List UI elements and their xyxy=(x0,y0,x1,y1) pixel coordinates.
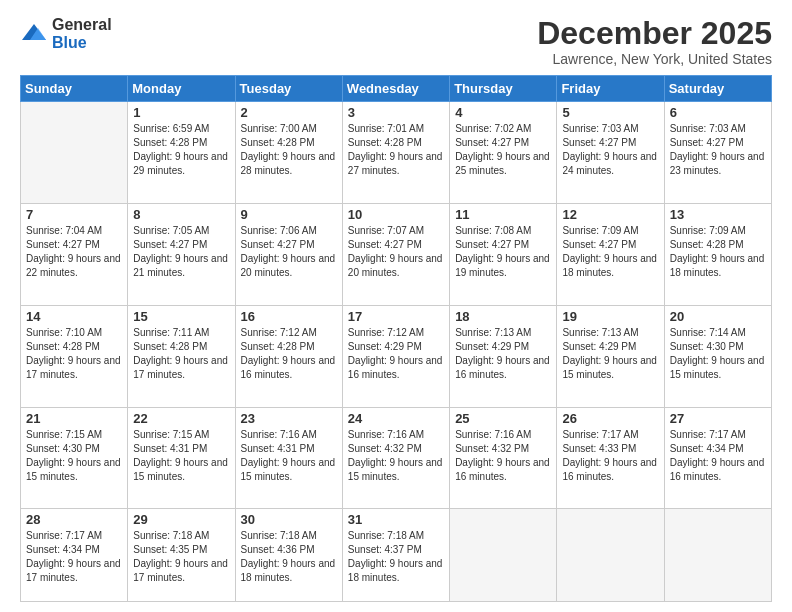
main-title: December 2025 xyxy=(537,16,772,51)
calendar-cell: 13Sunrise: 7:09 AMSunset: 4:28 PMDayligh… xyxy=(664,204,771,306)
day-number: 11 xyxy=(455,207,551,222)
day-number: 9 xyxy=(241,207,337,222)
calendar-cell: 25Sunrise: 7:16 AMSunset: 4:32 PMDayligh… xyxy=(450,407,557,509)
calendar-cell: 22Sunrise: 7:15 AMSunset: 4:31 PMDayligh… xyxy=(128,407,235,509)
calendar: SundayMondayTuesdayWednesdayThursdayFrid… xyxy=(20,75,772,602)
calendar-cell: 23Sunrise: 7:16 AMSunset: 4:31 PMDayligh… xyxy=(235,407,342,509)
day-info: Sunrise: 7:13 AMSunset: 4:29 PMDaylight:… xyxy=(455,326,551,382)
day-info: Sunrise: 7:07 AMSunset: 4:27 PMDaylight:… xyxy=(348,224,444,280)
calendar-cell: 17Sunrise: 7:12 AMSunset: 4:29 PMDayligh… xyxy=(342,305,449,407)
day-number: 29 xyxy=(133,512,229,527)
day-info: Sunrise: 7:13 AMSunset: 4:29 PMDaylight:… xyxy=(562,326,658,382)
day-info: Sunrise: 7:17 AMSunset: 4:34 PMDaylight:… xyxy=(26,529,122,585)
logo-icon xyxy=(20,20,48,48)
calendar-cell: 4Sunrise: 7:02 AMSunset: 4:27 PMDaylight… xyxy=(450,102,557,204)
day-info: Sunrise: 7:18 AMSunset: 4:36 PMDaylight:… xyxy=(241,529,337,585)
logo-text: General Blue xyxy=(52,16,112,51)
calendar-cell: 3Sunrise: 7:01 AMSunset: 4:28 PMDaylight… xyxy=(342,102,449,204)
calendar-cell: 14Sunrise: 7:10 AMSunset: 4:28 PMDayligh… xyxy=(21,305,128,407)
day-number: 8 xyxy=(133,207,229,222)
logo-blue: Blue xyxy=(52,34,112,52)
day-number: 31 xyxy=(348,512,444,527)
day-info: Sunrise: 7:16 AMSunset: 4:31 PMDaylight:… xyxy=(241,428,337,484)
day-number: 20 xyxy=(670,309,766,324)
calendar-cell: 11Sunrise: 7:08 AMSunset: 4:27 PMDayligh… xyxy=(450,204,557,306)
weekday-header-sunday: Sunday xyxy=(21,76,128,102)
day-info: Sunrise: 7:02 AMSunset: 4:27 PMDaylight:… xyxy=(455,122,551,178)
day-number: 13 xyxy=(670,207,766,222)
day-number: 5 xyxy=(562,105,658,120)
calendar-cell: 9Sunrise: 7:06 AMSunset: 4:27 PMDaylight… xyxy=(235,204,342,306)
day-number: 10 xyxy=(348,207,444,222)
day-info: Sunrise: 7:08 AMSunset: 4:27 PMDaylight:… xyxy=(455,224,551,280)
day-info: Sunrise: 7:14 AMSunset: 4:30 PMDaylight:… xyxy=(670,326,766,382)
day-number: 6 xyxy=(670,105,766,120)
calendar-cell xyxy=(664,509,771,602)
day-number: 27 xyxy=(670,411,766,426)
day-info: Sunrise: 7:09 AMSunset: 4:27 PMDaylight:… xyxy=(562,224,658,280)
day-number: 25 xyxy=(455,411,551,426)
day-info: Sunrise: 6:59 AMSunset: 4:28 PMDaylight:… xyxy=(133,122,229,178)
calendar-cell: 27Sunrise: 7:17 AMSunset: 4:34 PMDayligh… xyxy=(664,407,771,509)
day-info: Sunrise: 7:01 AMSunset: 4:28 PMDaylight:… xyxy=(348,122,444,178)
day-number: 21 xyxy=(26,411,122,426)
weekday-header-monday: Monday xyxy=(128,76,235,102)
page: General Blue December 2025 Lawrence, New… xyxy=(0,0,792,612)
calendar-cell xyxy=(557,509,664,602)
calendar-cell: 21Sunrise: 7:15 AMSunset: 4:30 PMDayligh… xyxy=(21,407,128,509)
day-number: 26 xyxy=(562,411,658,426)
day-number: 16 xyxy=(241,309,337,324)
calendar-cell: 12Sunrise: 7:09 AMSunset: 4:27 PMDayligh… xyxy=(557,204,664,306)
day-info: Sunrise: 7:15 AMSunset: 4:30 PMDaylight:… xyxy=(26,428,122,484)
calendar-cell: 18Sunrise: 7:13 AMSunset: 4:29 PMDayligh… xyxy=(450,305,557,407)
calendar-cell: 26Sunrise: 7:17 AMSunset: 4:33 PMDayligh… xyxy=(557,407,664,509)
day-info: Sunrise: 7:17 AMSunset: 4:34 PMDaylight:… xyxy=(670,428,766,484)
calendar-cell: 30Sunrise: 7:18 AMSunset: 4:36 PMDayligh… xyxy=(235,509,342,602)
subtitle: Lawrence, New York, United States xyxy=(537,51,772,67)
day-number: 22 xyxy=(133,411,229,426)
day-info: Sunrise: 7:18 AMSunset: 4:35 PMDaylight:… xyxy=(133,529,229,585)
weekday-header-wednesday: Wednesday xyxy=(342,76,449,102)
day-info: Sunrise: 7:17 AMSunset: 4:33 PMDaylight:… xyxy=(562,428,658,484)
day-info: Sunrise: 7:16 AMSunset: 4:32 PMDaylight:… xyxy=(455,428,551,484)
day-info: Sunrise: 7:06 AMSunset: 4:27 PMDaylight:… xyxy=(241,224,337,280)
day-number: 3 xyxy=(348,105,444,120)
calendar-cell: 20Sunrise: 7:14 AMSunset: 4:30 PMDayligh… xyxy=(664,305,771,407)
calendar-cell: 2Sunrise: 7:00 AMSunset: 4:28 PMDaylight… xyxy=(235,102,342,204)
day-number: 23 xyxy=(241,411,337,426)
calendar-cell: 5Sunrise: 7:03 AMSunset: 4:27 PMDaylight… xyxy=(557,102,664,204)
day-info: Sunrise: 7:10 AMSunset: 4:28 PMDaylight:… xyxy=(26,326,122,382)
day-info: Sunrise: 7:16 AMSunset: 4:32 PMDaylight:… xyxy=(348,428,444,484)
calendar-cell: 15Sunrise: 7:11 AMSunset: 4:28 PMDayligh… xyxy=(128,305,235,407)
weekday-header-tuesday: Tuesday xyxy=(235,76,342,102)
day-info: Sunrise: 7:04 AMSunset: 4:27 PMDaylight:… xyxy=(26,224,122,280)
header: General Blue December 2025 Lawrence, New… xyxy=(20,16,772,67)
day-info: Sunrise: 7:03 AMSunset: 4:27 PMDaylight:… xyxy=(562,122,658,178)
day-number: 2 xyxy=(241,105,337,120)
day-info: Sunrise: 7:18 AMSunset: 4:37 PMDaylight:… xyxy=(348,529,444,585)
calendar-cell: 1Sunrise: 6:59 AMSunset: 4:28 PMDaylight… xyxy=(128,102,235,204)
calendar-cell: 19Sunrise: 7:13 AMSunset: 4:29 PMDayligh… xyxy=(557,305,664,407)
logo: General Blue xyxy=(20,16,112,51)
title-area: December 2025 Lawrence, New York, United… xyxy=(537,16,772,67)
day-number: 14 xyxy=(26,309,122,324)
calendar-cell xyxy=(450,509,557,602)
calendar-cell: 24Sunrise: 7:16 AMSunset: 4:32 PMDayligh… xyxy=(342,407,449,509)
day-info: Sunrise: 7:12 AMSunset: 4:29 PMDaylight:… xyxy=(348,326,444,382)
day-number: 12 xyxy=(562,207,658,222)
day-info: Sunrise: 7:12 AMSunset: 4:28 PMDaylight:… xyxy=(241,326,337,382)
calendar-cell: 29Sunrise: 7:18 AMSunset: 4:35 PMDayligh… xyxy=(128,509,235,602)
calendar-cell: 6Sunrise: 7:03 AMSunset: 4:27 PMDaylight… xyxy=(664,102,771,204)
calendar-cell xyxy=(21,102,128,204)
calendar-cell: 8Sunrise: 7:05 AMSunset: 4:27 PMDaylight… xyxy=(128,204,235,306)
day-number: 28 xyxy=(26,512,122,527)
weekday-header-friday: Friday xyxy=(557,76,664,102)
day-info: Sunrise: 7:11 AMSunset: 4:28 PMDaylight:… xyxy=(133,326,229,382)
day-number: 15 xyxy=(133,309,229,324)
calendar-cell: 31Sunrise: 7:18 AMSunset: 4:37 PMDayligh… xyxy=(342,509,449,602)
day-number: 1 xyxy=(133,105,229,120)
day-number: 19 xyxy=(562,309,658,324)
weekday-header-saturday: Saturday xyxy=(664,76,771,102)
logo-general: General xyxy=(52,16,112,34)
day-number: 7 xyxy=(26,207,122,222)
